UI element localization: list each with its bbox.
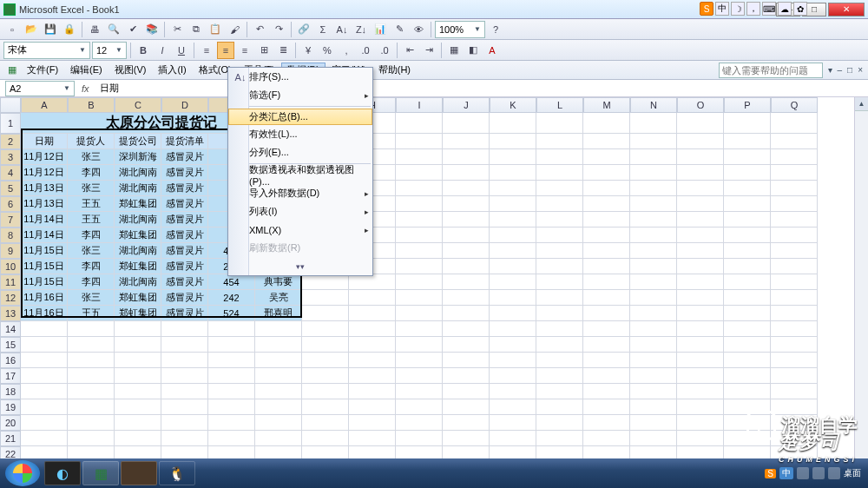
- link-icon[interactable]: 🔗: [295, 21, 312, 38]
- italic-button[interactable]: I: [154, 42, 171, 59]
- cell[interactable]: [115, 337, 161, 353]
- cell[interactable]: 感冒灵片: [161, 165, 208, 181]
- menu-视图[interactable]: 视图(V): [108, 63, 153, 76]
- cell[interactable]: [536, 196, 583, 212]
- cell[interactable]: [630, 399, 677, 415]
- cell[interactable]: [115, 431, 161, 446]
- cell[interactable]: [583, 290, 630, 306]
- cell[interactable]: [396, 113, 443, 134]
- cell[interactable]: [115, 368, 161, 384]
- row-header-14[interactable]: 14: [0, 321, 21, 337]
- cell[interactable]: [255, 353, 302, 368]
- start-button[interactable]: [5, 460, 40, 486]
- cell[interactable]: [443, 149, 490, 165]
- tray-icon[interactable]: [828, 467, 840, 479]
- ime-punct[interactable]: ，: [746, 2, 760, 16]
- row-header-10[interactable]: 10: [0, 259, 21, 274]
- cell[interactable]: [208, 399, 255, 415]
- cell[interactable]: [161, 384, 208, 399]
- cell[interactable]: [677, 243, 724, 259]
- col-header-A[interactable]: A: [21, 97, 68, 113]
- cell[interactable]: [443, 337, 490, 353]
- cell[interactable]: [349, 290, 396, 306]
- cell[interactable]: [161, 399, 208, 415]
- cell[interactable]: [396, 306, 443, 321]
- cell[interactable]: 李四: [68, 228, 115, 243]
- cell[interactable]: [208, 353, 255, 368]
- cell[interactable]: [490, 337, 536, 353]
- cell[interactable]: [21, 415, 68, 431]
- cell[interactable]: [115, 399, 161, 415]
- cell[interactable]: [677, 337, 724, 353]
- cell[interactable]: [115, 353, 161, 368]
- cell[interactable]: [302, 353, 349, 368]
- help-search-input[interactable]: [719, 63, 823, 78]
- cell[interactable]: [161, 353, 208, 368]
- cell[interactable]: [302, 384, 349, 399]
- cell[interactable]: [583, 113, 630, 134]
- paste-icon[interactable]: 📋: [207, 21, 224, 38]
- col-header-J[interactable]: J: [443, 97, 490, 113]
- cell[interactable]: 感冒灵片: [161, 212, 208, 228]
- row-header-11[interactable]: 11: [0, 274, 21, 290]
- cell[interactable]: [583, 399, 630, 415]
- cell[interactable]: 感冒灵片: [161, 306, 208, 321]
- cell[interactable]: [208, 415, 255, 431]
- cell[interactable]: [583, 274, 630, 290]
- menu-item-排序[interactable]: A↓排序(S)...: [228, 68, 372, 86]
- cell[interactable]: [677, 165, 724, 181]
- cell[interactable]: [396, 243, 443, 259]
- cell[interactable]: 感冒灵片: [161, 274, 208, 290]
- cell[interactable]: [21, 353, 68, 368]
- cell[interactable]: [724, 353, 771, 368]
- cell[interactable]: [161, 431, 208, 446]
- cell[interactable]: [771, 196, 818, 212]
- cell[interactable]: 感冒灵片: [161, 181, 208, 196]
- sortdesc-icon[interactable]: Z↓: [352, 21, 370, 38]
- cell[interactable]: [771, 368, 818, 384]
- border-icon[interactable]: ▦: [445, 42, 463, 59]
- cell[interactable]: [583, 431, 630, 446]
- cell[interactable]: 524: [208, 306, 255, 321]
- menu-item-XML[interactable]: XML(X)▸: [228, 221, 372, 239]
- ime-settings-icon[interactable]: ✿: [793, 2, 807, 16]
- cell[interactable]: 242: [208, 290, 255, 306]
- cell[interactable]: [630, 337, 677, 353]
- cell[interactable]: [115, 384, 161, 399]
- cell[interactable]: [255, 368, 302, 384]
- decinc-icon[interactable]: .0: [357, 42, 374, 59]
- cell[interactable]: [630, 228, 677, 243]
- cell[interactable]: [396, 384, 443, 399]
- cell[interactable]: [490, 431, 536, 446]
- zoom-combo[interactable]: 100%▼: [435, 21, 485, 38]
- cell[interactable]: 湖北闽南: [115, 243, 161, 259]
- cell[interactable]: [630, 431, 677, 446]
- cell[interactable]: 张三: [68, 149, 115, 165]
- cell[interactable]: [115, 321, 161, 337]
- cell[interactable]: [536, 337, 583, 353]
- cell[interactable]: 提货清单: [161, 134, 208, 149]
- menu-item-分类汇总[interactable]: 分类汇总(B)...: [228, 109, 372, 125]
- cell[interactable]: [677, 384, 724, 399]
- comma-icon[interactable]: ,: [338, 42, 355, 59]
- cell[interactable]: [771, 306, 818, 321]
- cell[interactable]: [724, 243, 771, 259]
- cell[interactable]: 邢喜明: [255, 306, 302, 321]
- fontsize-combo[interactable]: 12▼: [92, 42, 127, 59]
- menu-expand[interactable]: ▾▾: [228, 257, 372, 275]
- cell[interactable]: [630, 165, 677, 181]
- fmtpaint-icon[interactable]: 🖌: [226, 21, 243, 38]
- cell[interactable]: [349, 415, 396, 431]
- cell[interactable]: [630, 415, 677, 431]
- cell[interactable]: 郑虹集团: [115, 259, 161, 274]
- menu-item-有效性[interactable]: 有效性(L)...: [228, 125, 372, 143]
- cell[interactable]: [771, 149, 818, 165]
- cell[interactable]: [302, 290, 349, 306]
- col-header-C[interactable]: C: [115, 97, 161, 113]
- menu-插入[interactable]: 插入(I): [152, 63, 192, 76]
- cell[interactable]: [21, 431, 68, 446]
- row-header-7[interactable]: 7: [0, 212, 21, 228]
- cell[interactable]: [771, 165, 818, 181]
- menu-item-导入外部数据[interactable]: 导入外部数据(D)▸: [228, 184, 372, 202]
- decdec-icon[interactable]: .0: [376, 42, 393, 59]
